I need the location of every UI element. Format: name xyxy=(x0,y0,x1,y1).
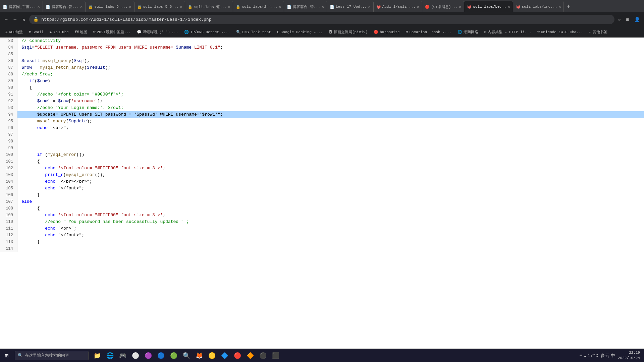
tab-tab12[interactable]: 🐙sqli-labs/inc...✕ xyxy=(513,1,564,12)
bookmark-bm14[interactable]: M内容类型 - HTTP li... xyxy=(482,28,534,36)
code-line-96: 96 echo "<br>"; xyxy=(0,125,644,131)
bookmark-label: Gmail xyxy=(33,30,44,34)
taskbar-app-app14[interactable]: ⚫ xyxy=(257,350,269,362)
tab-close-icon[interactable]: ✕ xyxy=(178,4,182,9)
bookmark-favicon: 🌐 xyxy=(458,30,462,34)
reload-button[interactable]: ↻ xyxy=(20,15,27,24)
line-number: 100 xyxy=(0,152,17,158)
tab-close-icon[interactable]: ✕ xyxy=(367,4,370,9)
code-line-97: 97 xyxy=(0,131,644,138)
tab-tab3[interactable]: 🔒sqli-labs 9-...✕ xyxy=(86,1,134,12)
line-content xyxy=(17,131,24,138)
bookmark-bm6[interactable]: 💬哔哩哔哩（' '）... xyxy=(134,28,181,36)
tab-close-icon[interactable]: ✕ xyxy=(226,4,230,9)
tab-title: sqli-labs 5-6... xyxy=(143,5,179,9)
line-number: 99 xyxy=(0,145,17,152)
sys-icons: ⌨ ☁ 17°C 多云 中 xyxy=(580,353,615,359)
code-line-108: 108 { xyxy=(0,205,644,212)
bookmark-star-icon[interactable]: ☆ xyxy=(616,15,622,24)
bookmark-bm7[interactable]: 🌐IP/DNS Detect -... xyxy=(181,29,233,35)
line-number: 92 xyxy=(0,98,17,105)
profile-icon[interactable]: 👤 xyxy=(633,15,641,24)
bookmarks-bar: AAGE动漫MGmail▶YouTube🗺地图W2021最新中国题...💬哔哩哔… xyxy=(0,27,644,38)
line-number: 114 xyxy=(0,245,17,252)
bookmark-bm5[interactable]: W2021最新中国题... xyxy=(91,28,133,36)
taskbar-search[interactable]: 🔍 在这里输入您搜索的内容 xyxy=(15,351,89,360)
bookmark-bm3[interactable]: ▶YouTube xyxy=(47,29,71,35)
bookmark-bm11[interactable]: 🔴burpsuite xyxy=(371,29,402,35)
code-line-109: 109 echo '<font color= "#FFFF00" font si… xyxy=(0,212,644,219)
taskbar-app-steam[interactable]: 🎮 xyxy=(117,350,129,362)
forward-button[interactable]: → xyxy=(11,15,18,23)
taskbar-app-chrome[interactable]: ⚪ xyxy=(129,350,142,362)
code-line-89: 89 if($row) xyxy=(0,78,644,84)
taskbar-app-app12[interactable]: 🔴 xyxy=(231,350,244,362)
bookmark-bm1[interactable]: AAGE动漫 xyxy=(3,28,25,36)
back-button[interactable]: ← xyxy=(3,15,9,23)
tab-tab1[interactable]: 📄博客园_百度...✕ xyxy=(0,1,43,12)
taskbar-app-app6[interactable]: 🔵 xyxy=(155,350,167,362)
taskbar-app-app5[interactable]: 🟣 xyxy=(142,350,154,362)
taskbar-app-app11[interactable]: 🔷 xyxy=(219,350,231,362)
bookmark-bm4[interactable]: 🗺地图 xyxy=(72,28,90,36)
bookmark-bm12[interactable]: MLocation: hash -... xyxy=(403,29,454,35)
tab-close-icon[interactable]: ✕ xyxy=(506,4,510,9)
tab-tab2[interactable]: 📄博客客台·管...✕ xyxy=(43,1,86,12)
taskbar-app-app7[interactable]: 🟢 xyxy=(168,350,180,362)
line-content: $row1 = $row['username']; xyxy=(17,98,103,105)
bookmark-favicon: G xyxy=(277,30,279,34)
bookmark-bm2[interactable]: MGmail xyxy=(26,29,46,35)
tab-close-icon[interactable]: ✕ xyxy=(127,4,131,9)
line-content: $row = mysql_fetch_array($result); xyxy=(17,64,110,71)
code-line-111: 111 echo "<br>"; xyxy=(0,225,644,232)
bookmark-bm13[interactable]: 🌐潮商网络 xyxy=(455,28,481,36)
code-line-107: 107else xyxy=(0,198,644,205)
tab-close-icon[interactable]: ✕ xyxy=(416,4,419,9)
tab-close-icon[interactable]: ✕ xyxy=(320,4,324,9)
tab-close-icon[interactable]: ✕ xyxy=(36,4,40,9)
tab-tab6[interactable]: 🔒sqli-labs(2-4...✕ xyxy=(233,1,284,12)
address-bar: ← → ↻ 🔒 https://github.com/Audi-1/sqli-l… xyxy=(0,12,644,27)
new-tab-button[interactable]: + xyxy=(564,1,573,12)
tab-title: 博客园_百度... xyxy=(9,4,36,9)
tab-favicon: 🔒 xyxy=(88,5,93,9)
tab-tab11[interactable]: 🐙sqli-labs/Le...✕ xyxy=(464,1,513,12)
line-content: { xyxy=(17,205,40,212)
tab-tab7[interactable]: 📄博客客台·管...✕ xyxy=(284,1,327,12)
taskbar-app-file-explorer[interactable]: 📁 xyxy=(91,350,103,362)
taskbar-app-app8[interactable]: 🔍 xyxy=(180,350,193,362)
bookmark-label: DNS leak test xyxy=(242,30,271,34)
tab-favicon: 🐙 xyxy=(467,5,472,9)
bookmark-bm8[interactable]: 🔍DNS leak test xyxy=(233,29,274,35)
taskbar-app-app15[interactable]: ⬛ xyxy=(270,350,282,362)
weather-text: 17°C 多云 xyxy=(588,353,609,359)
tab-tab10[interactable]: 🔴(91条消息)...✕ xyxy=(422,1,464,12)
tab-tab5[interactable]: 🔒sqli-labs-笔...✕ xyxy=(185,1,233,12)
line-content: //echo " You password has been successfu… xyxy=(17,219,189,225)
bookmark-bm15[interactable]: WUnicode 14.0 Cha... xyxy=(535,29,586,35)
tab-tab9[interactable]: 🐙Audi-1/sqli-...✕ xyxy=(374,1,422,12)
bookmark-favicon: M xyxy=(406,30,408,34)
lang-indicator[interactable]: 中 xyxy=(611,353,615,359)
taskbar-app-app9[interactable]: 🦊 xyxy=(193,350,205,362)
bookmark-label: burpsuite xyxy=(380,30,399,34)
bookmark-bm10[interactable]: 🖼插画交流网[pixiv] xyxy=(326,28,370,36)
line-number: 95 xyxy=(0,118,17,125)
grid-icon[interactable]: ⊞ xyxy=(625,15,630,24)
tab-tab8[interactable]: 📄Less-17 Upd...✕ xyxy=(327,1,374,12)
start-button[interactable]: ⊞ xyxy=(0,349,13,362)
bookmark-label: AGE动漫 xyxy=(9,29,23,35)
taskbar-app-app13[interactable]: 🔶 xyxy=(244,350,256,362)
tab-tab4[interactable]: 🔒sqli-labs 5-6...✕ xyxy=(135,1,185,12)
tab-close-icon[interactable]: ✕ xyxy=(557,4,561,9)
clock: 22:19 xyxy=(618,350,640,355)
taskbar-app-edge[interactable]: 🌐 xyxy=(104,350,116,362)
taskbar-app-app10[interactable]: 🟡 xyxy=(206,350,218,362)
bookmark-bm9[interactable]: GGoogle Hacking -... xyxy=(274,29,325,35)
tab-close-icon[interactable]: ✕ xyxy=(277,4,281,9)
tab-close-icon[interactable]: ✕ xyxy=(79,4,83,9)
bookmark-favicon: 🗺 xyxy=(75,30,78,34)
url-bar[interactable]: 🔒 https://github.com/Audi-1/sqli-labs/bl… xyxy=(29,15,614,24)
bookmark-bm16[interactable]: ⋯其他书签 xyxy=(586,28,610,36)
tab-close-icon[interactable]: ✕ xyxy=(458,4,461,9)
